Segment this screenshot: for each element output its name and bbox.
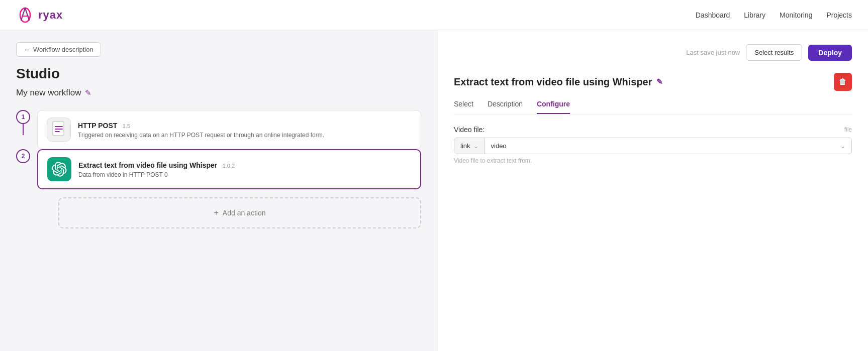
- page-title: Studio: [16, 66, 421, 82]
- panel-title: Extract text from video file using Whisp…: [454, 76, 663, 88]
- step-info-1: HTTP POST 1.5 Triggered on receiving dat…: [78, 121, 412, 139]
- configure-content: Video file: file link ⌄ video ⌄ Video fi…: [454, 126, 852, 164]
- back-arrow-icon: ←: [24, 46, 30, 53]
- step-number-1: 1: [16, 110, 30, 124]
- field-prefix-value: link: [460, 142, 470, 150]
- left-panel: ← Workflow description Studio My new wor…: [0, 30, 437, 351]
- step-icon-whisper: [47, 157, 71, 181]
- step-version-1: 1.5: [123, 123, 130, 129]
- back-button[interactable]: ← Workflow description: [16, 42, 101, 57]
- field-value-select[interactable]: video ⌄: [485, 138, 851, 154]
- top-actions-bar: Last save just now Select results Deploy: [454, 44, 852, 61]
- step-number-2: 2: [16, 149, 30, 163]
- nav-library[interactable]: Library: [744, 11, 765, 19]
- panel-title-row: Extract text from video file using Whisp…: [454, 73, 852, 91]
- step-card-2[interactable]: Extract text from video file using Whisp…: [37, 149, 421, 189]
- select-results-button[interactable]: Select results: [746, 44, 802, 61]
- add-action-button[interactable]: + Add an action: [58, 197, 421, 228]
- step-info-2: Extract text from video file using Whisp…: [78, 161, 411, 178]
- field-label-video: Video file:: [454, 126, 485, 134]
- right-panel: Last save just now Select results Deploy…: [437, 30, 868, 351]
- panel-title-text: Extract text from video file using Whisp…: [454, 76, 652, 88]
- configure-tabs: Select Description Configure: [454, 100, 852, 114]
- plus-icon: +: [214, 208, 219, 217]
- nav: Dashboard Library Monitoring Projects: [696, 11, 852, 19]
- tab-configure[interactable]: Configure: [537, 100, 570, 114]
- header: ryax Dashboard Library Monitoring Projec…: [0, 0, 868, 30]
- step-desc-2: Data from video in HTTP POST 0: [78, 171, 411, 178]
- edit-step-name-icon[interactable]: ✎: [656, 77, 663, 86]
- back-button-label: Workflow description: [33, 46, 93, 53]
- field-label-row: Video file: file: [454, 126, 852, 134]
- logo-icon: [16, 6, 34, 24]
- step-version-2: 1.0.2: [223, 163, 235, 169]
- field-input-row: link ⌄ video ⌄: [454, 138, 852, 154]
- field-type-hint: file: [844, 126, 852, 133]
- field-prefix-select[interactable]: link ⌄: [454, 138, 485, 154]
- step-title-2: Extract text from video file using Whisp…: [78, 161, 217, 169]
- steps-container: 1: [16, 110, 421, 228]
- edit-workflow-name-icon[interactable]: ✎: [85, 88, 91, 97]
- workflow-name-text: My new workflow: [16, 88, 81, 98]
- field-hint: Video file to extract text from.: [454, 157, 852, 164]
- deploy-button[interactable]: Deploy: [808, 45, 852, 61]
- nav-projects[interactable]: Projects: [826, 11, 852, 19]
- logo: ryax: [16, 6, 63, 24]
- trash-icon: 🗑: [839, 77, 847, 86]
- main-layout: ← Workflow description Studio My new wor…: [0, 30, 868, 351]
- step-card-1[interactable]: HTTP POST 1.5 Triggered on receiving dat…: [37, 110, 421, 149]
- field-value-text: video: [491, 142, 507, 150]
- last-save-text: Last save just now: [686, 49, 740, 56]
- prefix-chevron-icon: ⌄: [473, 143, 478, 150]
- step-title-1: HTTP POST: [78, 122, 117, 130]
- add-action-label: Add an action: [223, 209, 266, 217]
- workflow-name-row: My new workflow ✎: [16, 88, 421, 98]
- logo-text: ryax: [38, 9, 63, 22]
- value-chevron-icon: ⌄: [840, 143, 845, 150]
- tab-description[interactable]: Description: [488, 100, 523, 114]
- video-file-field: Video file: file link ⌄ video ⌄ Video fi…: [454, 126, 852, 164]
- tab-select[interactable]: Select: [454, 100, 473, 114]
- step-desc-1: Triggered on receiving data on an HTTP P…: [78, 132, 412, 139]
- step-icon-http: [47, 118, 71, 142]
- delete-step-button[interactable]: 🗑: [834, 73, 852, 91]
- nav-dashboard[interactable]: Dashboard: [696, 11, 730, 19]
- nav-monitoring[interactable]: Monitoring: [780, 11, 812, 19]
